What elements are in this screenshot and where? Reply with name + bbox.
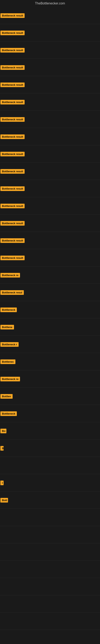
bottleneck-result-label: Bottlene — [0, 325, 14, 330]
bottleneck-result-label: Bottleneck result — [0, 238, 25, 243]
list-item — [0, 561, 100, 578]
list-item: Bottleneck resul — [0, 284, 100, 301]
list-item: Bottleneck result — [0, 24, 100, 42]
list-item: Bottleneck — [0, 405, 100, 422]
list-item — [0, 457, 100, 474]
list-item: Bottleneck result — [0, 145, 100, 162]
list-item: Bottleneck result — [0, 249, 100, 266]
list-item — [0, 612, 100, 630]
rows-container: Bottleneck resultBottleneck resultBottle… — [0, 7, 100, 630]
bottleneck-result-label: Bottleneck result — [0, 13, 25, 18]
bottleneck-result-label: Bottleneck re — [0, 273, 20, 278]
list-item: Bottlene — [0, 318, 100, 336]
bottleneck-result-label: Bott — [0, 498, 8, 502]
bottleneck-result-label: Bottleneck — [0, 411, 17, 416]
bottleneck-result-label: Bottlenec — [0, 360, 15, 364]
bottleneck-result-label: Bottleneck result — [0, 221, 25, 226]
bottleneck-result-label: Bottleneck result — [0, 152, 25, 156]
list-item: Bottleneck result — [0, 94, 100, 111]
bottleneck-result-label: Bottleneck result — [0, 100, 25, 104]
list-item: Bottleneck result — [0, 111, 100, 128]
list-item: Bottleneck r — [0, 336, 100, 353]
bottleneck-result-label: Bo — [0, 429, 6, 433]
bottleneck-result-label: Bottleneck result — [0, 256, 25, 260]
bottleneck-result-label: Bottlen — [0, 394, 13, 399]
list-item: Bottlenec — [0, 353, 100, 370]
site-title: TheBottlenecker.com — [0, 0, 100, 7]
list-item: Bottleneck — [0, 301, 100, 318]
list-item: Bottleneck result — [0, 59, 100, 76]
bottleneck-result-label: Bottleneck result — [0, 169, 25, 174]
list-item — [0, 526, 100, 544]
bottleneck-result-label: I — [0, 480, 3, 485]
list-item: Bo — [0, 422, 100, 440]
list-item: Bottleneck result — [0, 76, 100, 94]
bottleneck-result-label: Bottleneck result — [0, 186, 25, 191]
list-item: Bottleneck result — [0, 197, 100, 214]
bottleneck-result-label: Bottleneck resul — [0, 290, 24, 295]
list-item: Bott — [0, 492, 100, 509]
bottleneck-result-label: Bottleneck result — [0, 65, 25, 70]
list-item: Bottleneck re — [0, 370, 100, 388]
bottleneck-result-label: Bottleneck result — [0, 117, 25, 122]
list-item: Bottleneck result — [0, 232, 100, 249]
list-item: Bottleneck result — [0, 42, 100, 59]
list-item: Bottleneck result — [0, 180, 100, 197]
list-item — [0, 544, 100, 561]
bottleneck-result-label: Bottleneck result — [0, 30, 25, 35]
list-item: Bottleneck result — [0, 214, 100, 232]
list-item — [0, 595, 100, 612]
list-item: Bottleneck result — [0, 7, 100, 24]
bottleneck-result-label: B — [0, 446, 3, 450]
list-item: Bottleneck result — [0, 128, 100, 145]
list-item — [0, 509, 100, 526]
bottleneck-result-label: Bottleneck result — [0, 134, 25, 139]
list-item: Bottleneck result — [0, 162, 100, 180]
list-item — [0, 578, 100, 595]
bottleneck-result-label: Bottleneck — [0, 308, 17, 312]
bottleneck-result-label: Bottleneck result — [0, 82, 25, 87]
bottleneck-result-label: Bottleneck r — [0, 342, 19, 347]
list-item: I — [0, 474, 100, 492]
site-title-text: TheBottlenecker.com — [35, 2, 65, 5]
bottleneck-result-label: Bottleneck result — [0, 204, 25, 208]
bottleneck-result-label: Bottleneck result — [0, 48, 25, 52]
list-item: B — [0, 440, 100, 457]
list-item: Bottleneck re — [0, 266, 100, 284]
bottleneck-result-label: Bottleneck re — [0, 377, 20, 381]
list-item: Bottlen — [0, 388, 100, 405]
